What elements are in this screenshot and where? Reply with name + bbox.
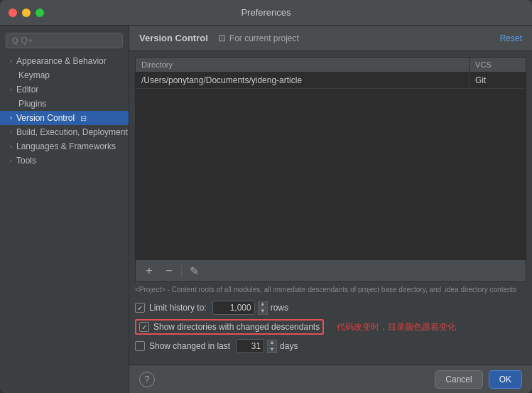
show-directories-row: Show directories with changed descendant… bbox=[135, 319, 526, 335]
vcs-column-header: VCS bbox=[469, 58, 526, 72]
chevron-icon: › bbox=[10, 58, 12, 65]
for-current-project-label: For current project bbox=[229, 33, 299, 43]
sidebar-item-build[interactable]: › Build, Execution, Deployment bbox=[0, 125, 129, 139]
sidebar-item-editor[interactable]: › Editor bbox=[0, 82, 129, 97]
chevron-icon: › bbox=[10, 86, 12, 93]
chevron-icon: › bbox=[10, 143, 12, 150]
ok-button[interactable]: OK bbox=[489, 370, 522, 389]
for-current-project: ⊡ For current project bbox=[218, 33, 299, 43]
sidebar-item-label: Build, Execution, Deployment bbox=[16, 127, 128, 137]
sidebar: Q › Appearance & Behavior Keymap › Edito… bbox=[0, 26, 129, 393]
main-content: Q › Appearance & Behavior Keymap › Edito… bbox=[0, 26, 532, 393]
directory-cell: /Users/ponytang/Documents/yideng-article bbox=[136, 72, 469, 88]
project-icon: ⊡ bbox=[218, 33, 226, 43]
search-input[interactable] bbox=[21, 36, 116, 45]
show-directories-checkbox-container[interactable]: Show directories with changed descendant… bbox=[139, 322, 320, 332]
sidebar-item-plugins[interactable]: Plugins bbox=[0, 97, 129, 111]
show-changed-input-wrapper: ▲ ▼ days bbox=[236, 339, 298, 353]
version-control-badge: ⊟ bbox=[80, 114, 87, 123]
show-directories-label: Show directories with changed descendant… bbox=[153, 322, 320, 332]
chevron-icon: › bbox=[10, 157, 12, 164]
sidebar-search[interactable]: Q bbox=[6, 33, 123, 48]
minimize-button[interactable] bbox=[22, 9, 31, 17]
sidebar-item-tools[interactable]: › Tools bbox=[0, 154, 129, 168]
main-header: Version Control ⊡ For current project Re… bbox=[129, 26, 532, 51]
project-note: <Project> - Content roots of all modules… bbox=[135, 282, 526, 299]
help-button[interactable]: ? bbox=[139, 372, 155, 387]
chevron-icon: › bbox=[10, 129, 12, 136]
show-directories-checkbox[interactable] bbox=[139, 322, 149, 332]
table-area: Directory VCS /Users/ponytang/Documents/… bbox=[129, 51, 532, 365]
directory-column-header: Directory bbox=[136, 58, 469, 72]
limit-history-input[interactable] bbox=[212, 301, 255, 315]
title-bar: Preferences bbox=[0, 0, 532, 26]
show-directories-highlight: Show directories with changed descendant… bbox=[135, 319, 324, 335]
sidebar-item-label: Tools bbox=[16, 156, 36, 166]
sidebar-item-label: Appearance & Behavior bbox=[16, 56, 107, 66]
show-changed-checkbox[interactable] bbox=[135, 341, 145, 351]
bottom-bar: ? Cancel OK bbox=[129, 365, 532, 393]
sidebar-item-label: Keymap bbox=[18, 70, 50, 80]
edit-directory-button[interactable]: ✎ bbox=[186, 263, 202, 279]
spin-up-button-2[interactable]: ▲ bbox=[267, 340, 277, 346]
spin-down-button[interactable]: ▼ bbox=[258, 308, 268, 315]
limit-history-checkbox-container[interactable]: Limit history to: bbox=[135, 303, 207, 313]
search-icon: Q bbox=[12, 36, 18, 45]
sidebar-item-label: Editor bbox=[16, 85, 38, 95]
table-body: /Users/ponytang/Documents/yideng-article… bbox=[135, 72, 526, 260]
limit-history-row: Limit history to: ▲ ▼ rows bbox=[135, 301, 526, 315]
close-button[interactable] bbox=[9, 9, 17, 17]
sidebar-item-languages[interactable]: › Languages & Frameworks bbox=[0, 139, 129, 154]
annotation-text: 代码改变时，目录颜色跟着变化 bbox=[337, 321, 456, 333]
sidebar-item-keymap[interactable]: Keymap bbox=[0, 68, 129, 82]
preferences-window: Preferences Q › Appearance & Behavior Ke… bbox=[0, 0, 532, 393]
window-title: Preferences bbox=[241, 7, 291, 18]
options-area: Limit history to: ▲ ▼ rows bbox=[135, 299, 526, 359]
rows-suffix: rows bbox=[271, 303, 288, 313]
show-changed-input[interactable] bbox=[236, 339, 264, 353]
show-changed-in-last-row: Show changed in last ▲ ▼ days bbox=[135, 339, 526, 353]
maximize-button[interactable] bbox=[36, 9, 44, 17]
sidebar-item-version-control[interactable]: › Version Control ⊟ bbox=[0, 111, 129, 125]
limit-history-checkbox[interactable] bbox=[135, 303, 145, 313]
table-toolbar: + − ✎ bbox=[135, 260, 526, 282]
sidebar-item-label: Plugins bbox=[18, 99, 46, 109]
panel-title: Version Control bbox=[139, 33, 208, 43]
spin-up-button[interactable]: ▲ bbox=[258, 301, 268, 308]
table-row[interactable]: /Users/ponytang/Documents/yideng-article… bbox=[136, 72, 526, 89]
show-changed-label: Show changed in last bbox=[149, 341, 230, 351]
cancel-button[interactable]: Cancel bbox=[435, 370, 482, 389]
remove-directory-button[interactable]: − bbox=[161, 263, 177, 279]
sidebar-item-label: Languages & Frameworks bbox=[16, 141, 116, 151]
window-controls bbox=[9, 9, 44, 17]
limit-history-input-wrapper: ▲ ▼ rows bbox=[212, 301, 288, 315]
limit-history-label: Limit history to: bbox=[149, 303, 207, 313]
table-header: Directory VCS bbox=[135, 57, 526, 72]
days-suffix: days bbox=[280, 341, 298, 351]
reset-button[interactable]: Reset bbox=[500, 33, 522, 43]
chevron-icon: › bbox=[10, 114, 12, 122]
show-changed-checkbox-container[interactable]: Show changed in last bbox=[135, 341, 230, 351]
sidebar-item-appearance[interactable]: › Appearance & Behavior bbox=[0, 54, 129, 68]
sidebar-item-label: Version Control bbox=[16, 113, 75, 123]
add-directory-button[interactable]: + bbox=[141, 263, 157, 279]
vcs-cell: Git bbox=[469, 72, 526, 88]
toolbar-divider bbox=[181, 265, 182, 276]
action-buttons: Cancel OK bbox=[435, 370, 522, 389]
spin-buttons-2: ▲ ▼ bbox=[267, 340, 277, 353]
spin-down-button-2[interactable]: ▼ bbox=[267, 347, 277, 353]
main-panel: Version Control ⊡ For current project Re… bbox=[129, 26, 532, 393]
spin-buttons: ▲ ▼ bbox=[258, 301, 268, 315]
